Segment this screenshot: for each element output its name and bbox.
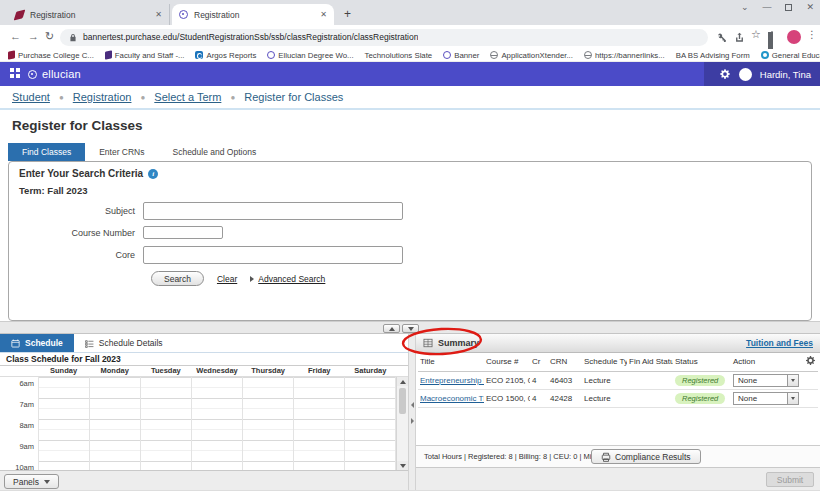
url-text: bannertest.purchase.edu/StudentRegistrat… — [83, 32, 418, 42]
breadcrumb: Student ● Registration ● Select a Term ●… — [0, 86, 820, 110]
col-fin-aid[interactable]: Fin Aid Status — [627, 353, 673, 371]
back-icon[interactable]: ← — [10, 30, 21, 42]
browser-tab-2[interactable]: Registration ✕ — [172, 4, 334, 25]
forward-icon[interactable]: → — [28, 30, 39, 42]
breadcrumb-student[interactable]: Student — [12, 91, 50, 103]
summary-title[interactable]: Summary — [438, 338, 479, 348]
tab-search-icon[interactable]: ⌄ — [741, 2, 749, 12]
search-button[interactable]: Search — [151, 271, 204, 286]
breadcrumb-current: Register for Classes — [244, 91, 343, 103]
bookmark-item[interactable]: BA BS Advising Form — [676, 51, 750, 60]
tab-close-icon[interactable]: ✕ — [155, 10, 162, 19]
col-status[interactable]: Status — [673, 353, 731, 371]
panels-button[interactable]: Panels — [4, 474, 59, 489]
schedule-scrollbar[interactable] — [396, 377, 408, 470]
key-icon[interactable] — [716, 29, 727, 47]
info-icon[interactable] — [148, 169, 158, 179]
action-select[interactable]: None — [733, 374, 799, 387]
compliance-results-button[interactable]: Compliance Results — [591, 449, 701, 464]
advanced-search-link[interactable]: Advanced Search — [250, 274, 325, 284]
expand-up-button[interactable] — [383, 324, 400, 333]
registration-tabs: Find Classes Enter CRNs Schedule and Opt… — [8, 143, 270, 161]
collapse-left-icon[interactable] — [411, 402, 414, 408]
bookmark-item[interactable]: Faculty and Staff -... — [105, 51, 185, 60]
col-course[interactable]: Course # — [484, 353, 530, 371]
bookmark-item[interactable]: ApplicationXtender... — [490, 51, 573, 60]
tuition-and-fees-link[interactable]: Tuition and Fees — [746, 338, 813, 348]
scroll-down-icon[interactable] — [397, 461, 408, 470]
browser-tab-1[interactable]: Registration ✕ — [8, 4, 170, 25]
browser-profile-avatar[interactable] — [787, 30, 801, 44]
status-badge: Registered — [675, 393, 725, 404]
bookmark-item[interactable]: Ellucian Degree Wo... — [267, 51, 353, 60]
breadcrumb-select-term[interactable]: Select a Term — [154, 91, 221, 103]
expand-down-button[interactable] — [402, 324, 419, 333]
core-input[interactable] — [143, 246, 403, 264]
close-window-icon[interactable]: ✕ — [806, 2, 814, 12]
select-arrow-icon[interactable] — [787, 375, 798, 386]
ellucian-icon — [443, 51, 451, 59]
col-crn[interactable]: CRN — [548, 353, 582, 371]
breadcrumb-separator: ● — [230, 93, 235, 102]
select-arrow-icon[interactable] — [787, 393, 798, 404]
collapse-right-icon[interactable] — [411, 418, 414, 424]
col-title[interactable]: Title — [418, 353, 484, 371]
bookmark-item[interactable]: Banner — [443, 51, 479, 60]
col-schedule-type[interactable]: Schedule Type — [582, 353, 627, 371]
url-field[interactable]: bannertest.purchase.edu/StudentRegistrat… — [60, 29, 708, 46]
submit-button[interactable]: Submit — [766, 472, 814, 487]
new-tab-button[interactable]: + — [344, 7, 351, 21]
caret-down-icon — [44, 480, 50, 484]
schedule-type-cell: Lecture — [582, 389, 627, 407]
col-cr[interactable]: Cr — [530, 353, 548, 371]
ellucian-icon — [267, 51, 275, 59]
user-avatar-icon[interactable] — [739, 68, 752, 81]
crn-cell: 46403 — [548, 371, 582, 389]
bookmark-item[interactable]: Argos Reports — [195, 51, 256, 60]
side-panel-icon[interactable] — [771, 32, 773, 50]
tab-schedule[interactable]: Schedule — [0, 334, 74, 352]
course-number-input[interactable] — [143, 226, 223, 239]
course-title-link[interactable]: Macroeconomic The... — [420, 394, 484, 403]
day-header-row: Sunday Monday Tuesday Wednesday Thursday… — [0, 366, 408, 377]
day-label: Wednesday — [191, 366, 242, 376]
tab-schedule-options[interactable]: Schedule and Options — [158, 143, 270, 161]
subject-input[interactable] — [143, 202, 403, 220]
tab-find-classes[interactable]: Find Classes — [8, 143, 85, 161]
tab-schedule-details[interactable]: Schedule Details — [74, 334, 174, 352]
gear-icon[interactable] — [719, 68, 731, 80]
list-icon — [85, 339, 94, 348]
gen-ed-icon — [761, 51, 769, 59]
maximize-icon[interactable] — [785, 4, 792, 11]
table-settings-gear-icon[interactable] — [805, 355, 816, 366]
summary-totals-bar: Total Hours | Registered: 8 | Billing: 8… — [416, 445, 820, 467]
course-number-label: Course Number — [9, 228, 143, 238]
action-select[interactable]: None — [733, 392, 799, 405]
bookmark-item[interactable]: Technolutions Slate — [365, 51, 433, 60]
scroll-thumb[interactable] — [399, 388, 406, 414]
summary-footer: Submit — [416, 467, 820, 491]
user-name[interactable]: Hardin, Tina — [760, 69, 811, 80]
clear-link[interactable]: Clear — [217, 274, 237, 284]
fin-aid-cell — [627, 371, 673, 389]
tab-close-icon[interactable]: ✕ — [320, 10, 327, 19]
app-grid-icon[interactable] — [10, 68, 14, 72]
course-title-link[interactable]: Entrepreneurship I ... — [420, 376, 484, 385]
ellucian-header: ellucian Hardin, Tina — [0, 62, 820, 86]
browser-menu-icon[interactable]: ⋮ — [807, 29, 817, 40]
window-controls: ⌄ — ✕ — [741, 2, 814, 12]
minimize-icon[interactable]: — — [762, 2, 771, 12]
bookmark-star-icon[interactable]: ☆ — [751, 28, 761, 41]
bookmark-item[interactable]: Purchase College C... — [8, 51, 94, 60]
share-icon[interactable] — [734, 29, 745, 47]
reload-icon[interactable]: ↻ — [45, 30, 54, 43]
bookmark-item[interactable]: https://bannerlinks... — [584, 51, 665, 60]
bookmark-item[interactable]: General Education... — [761, 51, 820, 60]
tab-enter-crns[interactable]: Enter CRNs — [85, 143, 158, 161]
col-action[interactable]: Action — [731, 353, 803, 371]
scroll-up-icon[interactable] — [397, 377, 408, 386]
panel-splitter[interactable] — [408, 334, 416, 491]
breadcrumb-registration[interactable]: Registration — [73, 91, 132, 103]
day-label: Thursday — [243, 366, 294, 376]
panel-divider[interactable] — [0, 321, 820, 334]
